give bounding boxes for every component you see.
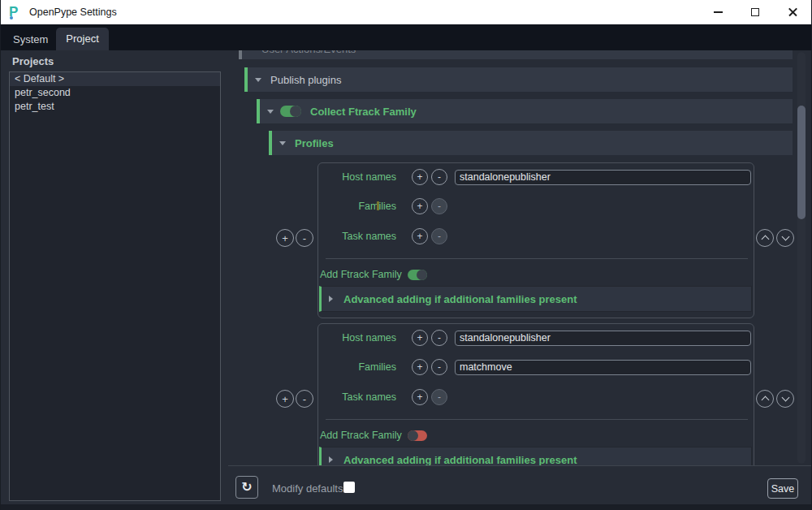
remove-family-button[interactable]: - — [431, 198, 447, 214]
divider — [326, 258, 748, 259]
titlebar: P OpenPype Settings — [1, 0, 811, 24]
scrollbar-thumb[interactable] — [797, 106, 806, 219]
project-item-default[interactable]: < Default > — [10, 72, 220, 86]
remove-task-name-button[interactable]: - — [431, 228, 447, 244]
vertical-scrollbar[interactable] — [797, 52, 806, 464]
add-profile-button[interactable]: + — [276, 390, 294, 408]
project-item-petr-second[interactable]: petr_second — [10, 86, 220, 100]
project-item-petr-test[interactable]: petr_test — [10, 100, 220, 114]
chevron-down-icon — [781, 233, 789, 241]
close-icon — [788, 7, 798, 18]
minimize-icon — [714, 11, 723, 13]
openpype-settings-window: P OpenPype Settings System Project Proje… — [0, 0, 812, 510]
remove-profile-button[interactable]: - — [296, 390, 313, 408]
families-label: Families — [318, 361, 396, 373]
refresh-button[interactable]: ↻ — [235, 476, 258, 499]
modify-defaults-checkbox[interactable] — [343, 482, 355, 493]
add-family-button[interactable]: + — [412, 359, 428, 375]
projects-heading: Projects — [12, 55, 54, 67]
save-button[interactable]: Save — [767, 478, 798, 499]
move-profile-up-button[interactable] — [756, 229, 774, 247]
window-bottom-edge — [1, 504, 811, 510]
add-ftrack-family-label: Add Ftrack Family — [320, 269, 402, 280]
window-title: OpenPype Settings — [29, 6, 117, 18]
remove-host-name-button[interactable]: - — [431, 330, 447, 346]
host-names-label: Host names — [318, 171, 396, 183]
advanced-adding-section[interactable]: Advanced adding if additional families p… — [319, 286, 752, 312]
move-profile-up-button[interactable] — [756, 390, 774, 408]
section-collect-ftrack-family[interactable]: Collect Ftrack Family — [257, 99, 793, 123]
remove-host-name-button[interactable]: - — [431, 169, 447, 185]
chevron-up-icon — [761, 236, 769, 244]
families-label: Families — [318, 201, 396, 212]
collect-ftrack-family-toggle[interactable] — [280, 106, 301, 117]
task-names-label: Task names — [318, 391, 396, 403]
section-publish-plugins[interactable]: Publish plugins — [244, 67, 793, 92]
refresh-icon: ↻ — [241, 479, 252, 495]
profile-item-2: Host names + - Families + - Task names +… — [317, 323, 754, 465]
profile-item-1: Host names + - Families + - Task names +… — [317, 162, 754, 318]
host-names-label: Host names — [318, 332, 396, 344]
add-ftrack-family-label: Add Ftrack Family — [320, 430, 402, 441]
caret-right-icon — [329, 456, 333, 463]
close-button[interactable] — [774, 0, 811, 24]
caret-right-icon — [329, 296, 333, 302]
add-family-button[interactable]: + — [412, 198, 428, 214]
divider — [326, 419, 748, 420]
add-ftrack-family-toggle[interactable] — [408, 430, 427, 441]
minimize-button[interactable] — [699, 0, 736, 24]
chevron-down-icon — [781, 394, 789, 402]
tab-bar: System Project — [1, 24, 811, 50]
settings-scroll-area: User Actions/Events Publish plugins Coll… — [228, 50, 812, 465]
caret-down-icon — [267, 110, 274, 114]
section-user-actions-events[interactable]: User Actions/Events — [239, 50, 793, 59]
body-area: Projects < Default > petr_second petr_te… — [1, 50, 811, 510]
caret-down-icon — [255, 78, 261, 82]
add-task-name-button[interactable]: + — [412, 228, 428, 244]
remove-family-button[interactable]: - — [431, 359, 447, 375]
add-profile-button[interactable]: + — [276, 229, 294, 247]
task-names-label: Task names — [318, 231, 396, 242]
add-host-name-button[interactable]: + — [412, 330, 428, 346]
projects-sidebar: Projects < Default > petr_second petr_te… — [1, 50, 228, 510]
maximize-button[interactable] — [736, 0, 774, 24]
remove-task-name-button[interactable]: - — [431, 389, 447, 405]
host-name-input[interactable] — [455, 331, 751, 346]
family-input[interactable] — [455, 360, 751, 375]
tab-project[interactable]: Project — [56, 28, 108, 50]
host-name-input[interactable] — [455, 170, 751, 185]
add-task-name-button[interactable]: + — [412, 389, 428, 405]
modified-indicator — [377, 201, 379, 210]
add-host-name-button[interactable]: + — [412, 169, 428, 185]
section-profiles[interactable]: Profiles — [269, 131, 793, 155]
remove-profile-button[interactable]: - — [296, 229, 313, 247]
openpype-logo-icon: P — [9, 4, 24, 20]
move-profile-down-button[interactable] — [776, 390, 794, 408]
projects-list: < Default > petr_second petr_test — [9, 71, 221, 501]
window-controls — [699, 0, 811, 24]
caret-down-icon — [279, 141, 286, 145]
modify-defaults-label: Modify defaults — [272, 482, 343, 495]
chevron-up-icon — [761, 396, 769, 404]
footer-bar: ↻ Modify defaults Save — [228, 465, 811, 510]
advanced-adding-section[interactable]: Advanced adding if additional families p… — [319, 447, 752, 465]
move-profile-down-button[interactable] — [776, 229, 794, 247]
tab-system[interactable]: System — [5, 30, 56, 50]
maximize-icon — [751, 8, 759, 16]
add-ftrack-family-toggle[interactable] — [408, 270, 427, 280]
